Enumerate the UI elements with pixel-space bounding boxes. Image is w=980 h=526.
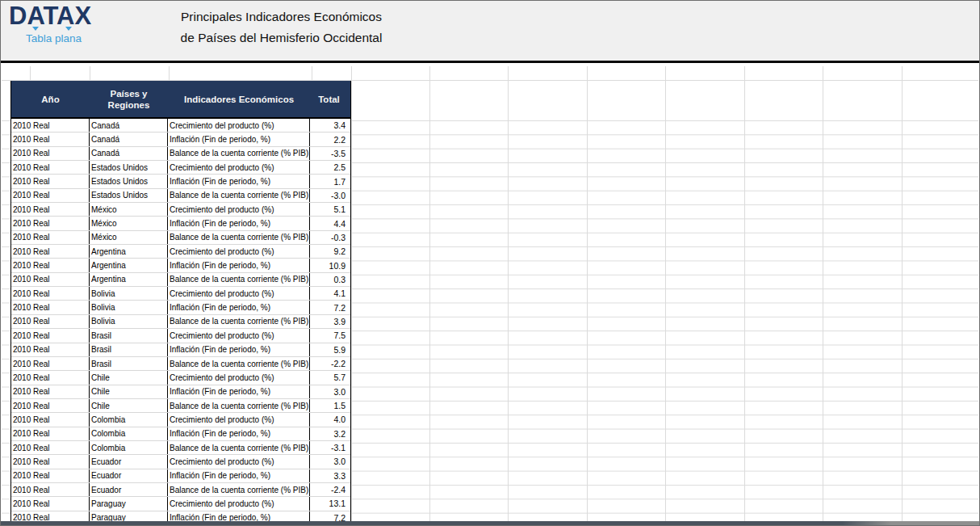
cell-region[interactable]: México — [90, 203, 168, 216]
cell-year[interactable]: 2010 Real — [11, 147, 90, 160]
spreadsheet-grid[interactable]: Año Países y Regiones Indicadores Económ… — [1, 65, 979, 525]
table-row[interactable]: 2010 RealMéxicoBalance de la cuenta corr… — [11, 231, 350, 245]
cell-total[interactable]: 3.4 — [310, 119, 348, 132]
cell-total[interactable]: -3.1 — [310, 441, 348, 454]
cell-total[interactable]: -2.2 — [310, 357, 348, 370]
table-row[interactable]: 2010 RealEstados UnidosBalance de la cue… — [11, 189, 350, 203]
cell-total[interactable]: 2.2 — [310, 133, 348, 145]
cell-year[interactable]: 2010 Real — [11, 371, 90, 384]
cell-indicator[interactable]: Inflación (Fin de periodo, %) — [168, 427, 310, 440]
table-row[interactable]: 2010 RealEcuadorCrecimiento del producto… — [11, 455, 350, 469]
cell-total[interactable]: 1.7 — [310, 175, 348, 187]
cell-region[interactable]: México — [90, 231, 168, 244]
cell-region[interactable]: Colombia — [90, 427, 168, 440]
cell-region[interactable]: Canadá — [90, 119, 168, 132]
cell-year[interactable]: 2010 Real — [11, 175, 90, 187]
cell-year[interactable]: 2010 Real — [11, 483, 90, 496]
table-row[interactable]: 2010 RealBrasilCrecimiento del producto … — [11, 329, 350, 343]
cell-total[interactable]: 7.5 — [310, 329, 348, 342]
table-row[interactable]: 2010 RealEstados UnidosCrecimiento del p… — [11, 161, 350, 175]
cell-indicator[interactable]: Crecimiento del producto (%) — [168, 455, 310, 468]
table-row[interactable]: 2010 RealCanadáCrecimiento del producto … — [11, 119, 350, 133]
cell-year[interactable]: 2010 Real — [11, 217, 90, 229]
table-row[interactable]: 2010 RealEcuadorBalance de la cuenta cor… — [11, 483, 350, 497]
cell-year[interactable]: 2010 Real — [11, 427, 90, 440]
cell-total[interactable]: 4.4 — [310, 217, 348, 229]
cell-year[interactable]: 2010 Real — [11, 441, 90, 454]
cell-indicator[interactable]: Balance de la cuenta corriente (% PIB) — [168, 399, 310, 412]
cell-total[interactable]: 3.0 — [310, 385, 348, 398]
column-header-year[interactable]: Año — [11, 81, 90, 117]
cell-region[interactable]: Colombia — [90, 413, 168, 426]
cell-region[interactable]: Estados Unidos — [90, 161, 168, 174]
cell-total[interactable]: 3.2 — [310, 427, 348, 440]
cell-region[interactable]: Paraguay — [90, 497, 168, 510]
cell-indicator[interactable]: Crecimiento del producto (%) — [168, 287, 310, 300]
cell-year[interactable]: 2010 Real — [11, 245, 90, 258]
cell-region[interactable]: Brasil — [90, 329, 168, 342]
cell-indicator[interactable]: Balance de la cuenta corriente (% PIB) — [168, 315, 310, 328]
cell-indicator[interactable]: Balance de la cuenta corriente (% PIB) — [168, 483, 310, 496]
cell-indicator[interactable]: Inflación (Fin de periodo, %) — [168, 469, 310, 482]
cell-total[interactable]: 3.9 — [310, 315, 348, 328]
table-row[interactable]: 2010 RealBoliviaCrecimiento del producto… — [11, 287, 350, 301]
cell-total[interactable]: 7.2 — [310, 301, 348, 313]
cell-region[interactable]: Chile — [90, 371, 168, 384]
cell-year[interactable]: 2010 Real — [11, 133, 90, 145]
cell-year[interactable]: 2010 Real — [11, 497, 90, 510]
cell-total[interactable]: 3.3 — [310, 469, 348, 482]
cell-region[interactable]: Argentina — [90, 273, 168, 286]
cell-region[interactable]: Argentina — [90, 245, 168, 258]
cell-year[interactable]: 2010 Real — [11, 119, 90, 132]
cell-indicator[interactable]: Crecimiento del producto (%) — [168, 413, 310, 426]
column-header-indicator[interactable]: Indicadores Económicos — [168, 81, 310, 117]
cell-total[interactable]: 4.0 — [310, 413, 348, 426]
cell-year[interactable]: 2010 Real — [11, 189, 90, 202]
cell-total[interactable]: 4.1 — [310, 287, 348, 300]
table-header-row[interactable]: Año Países y Regiones Indicadores Económ… — [11, 81, 350, 119]
table-row[interactable]: 2010 RealArgentinaBalance de la cuenta c… — [11, 273, 350, 287]
cell-region[interactable]: Estados Unidos — [90, 189, 168, 202]
cell-indicator[interactable]: Balance de la cuenta corriente (% PIB) — [168, 147, 310, 160]
cell-indicator[interactable]: Crecimiento del producto (%) — [168, 161, 310, 174]
cell-region[interactable]: Estados Unidos — [90, 175, 168, 187]
cell-region[interactable]: México — [90, 217, 168, 229]
cell-total[interactable]: -2.4 — [310, 483, 348, 496]
cell-total[interactable]: 13.1 — [310, 497, 348, 510]
cell-indicator[interactable]: Balance de la cuenta corriente (% PIB) — [168, 441, 310, 454]
cell-region[interactable]: Bolivia — [90, 315, 168, 328]
cell-year[interactable]: 2010 Real — [11, 343, 90, 356]
table-row[interactable]: 2010 RealEstados UnidosInflación (Fin de… — [11, 175, 350, 188]
column-header-total[interactable]: Total — [310, 81, 348, 117]
cell-year[interactable]: 2010 Real — [11, 273, 90, 286]
cell-year[interactable]: 2010 Real — [11, 329, 90, 342]
cell-region[interactable]: Brasil — [90, 357, 168, 370]
cell-indicator[interactable]: Balance de la cuenta corriente (% PIB) — [168, 357, 310, 370]
cell-region[interactable]: Ecuador — [90, 469, 168, 482]
cell-total[interactable]: 10.9 — [310, 259, 348, 271]
cell-indicator[interactable]: Crecimiento del producto (%) — [168, 245, 310, 258]
table-row[interactable]: 2010 RealBoliviaInflación (Fin de period… — [11, 301, 350, 314]
table-row[interactable]: 2010 RealColombiaCrecimiento del product… — [11, 413, 350, 427]
cell-year[interactable]: 2010 Real — [11, 161, 90, 174]
cell-indicator[interactable]: Inflación (Fin de periodo, %) — [168, 217, 310, 229]
cell-year[interactable]: 2010 Real — [11, 259, 90, 271]
cell-year[interactable]: 2010 Real — [11, 399, 90, 412]
cell-indicator[interactable]: Balance de la cuenta corriente (% PIB) — [168, 189, 310, 202]
table-row[interactable]: 2010 RealChileInflación (Fin de periodo,… — [11, 385, 350, 399]
table-row[interactable]: 2010 RealChileCrecimiento del producto (… — [11, 371, 350, 385]
table-row[interactable]: 2010 RealArgentinaCrecimiento del produc… — [11, 245, 350, 259]
cell-total[interactable]: -0.3 — [310, 231, 348, 244]
cell-indicator[interactable]: Crecimiento del producto (%) — [168, 203, 310, 216]
cell-total[interactable]: 1.5 — [310, 399, 348, 412]
cell-region[interactable]: Bolivia — [90, 301, 168, 313]
cell-year[interactable]: 2010 Real — [11, 455, 90, 468]
cell-total[interactable]: 5.7 — [310, 371, 348, 384]
cell-year[interactable]: 2010 Real — [11, 469, 90, 482]
table-row[interactable]: 2010 RealMéxicoCrecimiento del producto … — [11, 203, 350, 217]
cell-year[interactable]: 2010 Real — [11, 385, 90, 398]
cell-indicator[interactable]: Crecimiento del producto (%) — [168, 119, 310, 132]
cell-indicator[interactable]: Inflación (Fin de periodo, %) — [168, 301, 310, 313]
cell-year[interactable]: 2010 Real — [11, 301, 90, 313]
table-row[interactable]: 2010 RealParaguayCrecimiento del product… — [11, 497, 350, 511]
